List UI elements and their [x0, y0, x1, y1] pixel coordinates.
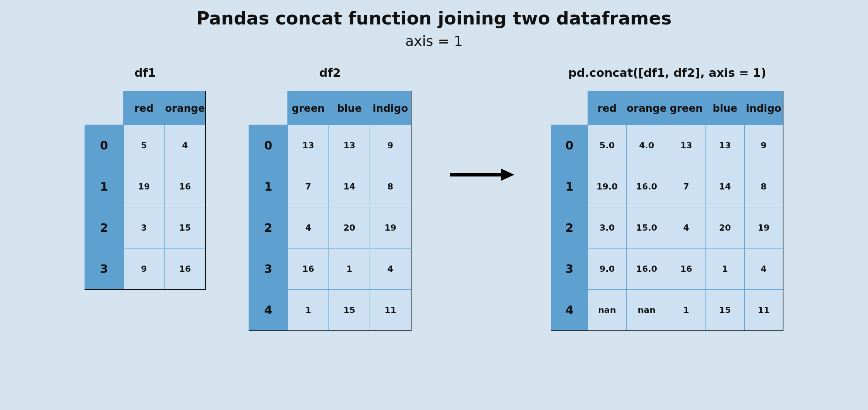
table-cell: 20 [705, 207, 744, 248]
dataframe-table: redorangegreenblueindigo05.04.013139119.… [551, 91, 783, 331]
table-cell: 8 [744, 166, 783, 207]
table-cell: 9 [744, 125, 783, 166]
column-header: green [667, 92, 705, 125]
row-index: 4 [249, 290, 288, 331]
table-cell: 4.0 [626, 125, 667, 166]
row-index: 3 [551, 248, 588, 290]
table-cell: 19 [123, 166, 164, 207]
table-cell: 5.0 [588, 125, 626, 166]
table-cell: 15 [164, 207, 206, 248]
row-index: 2 [85, 207, 123, 248]
table-cell: 9 [123, 248, 164, 290]
table-cell: 3 [123, 207, 164, 248]
table-cell: 1 [329, 248, 370, 290]
table-cell: 5 [123, 125, 164, 166]
row-index: 4 [551, 290, 588, 331]
table-cell: 4 [164, 125, 206, 166]
table-cell: 4 [744, 248, 783, 290]
row-index: 1 [85, 166, 123, 207]
table-cell: 16 [164, 248, 206, 290]
table-cell: 1 [667, 290, 705, 331]
column-header: indigo [370, 92, 411, 125]
table-cell: 15 [329, 290, 370, 331]
row-index: 1 [551, 166, 588, 207]
table-cell: 9.0 [588, 248, 626, 290]
table-cell: 15 [705, 290, 744, 331]
table-block: pd.concat([df1, df2], axis = 1)redorange… [551, 66, 783, 331]
table-block: df1redorange0541191623153916 [85, 66, 206, 290]
table-block: df2greenblueindigo0131391714824201931614… [249, 66, 412, 331]
table-cell: 13 [329, 125, 370, 166]
row-index: 3 [249, 248, 288, 290]
table-cell: 16 [164, 166, 206, 207]
table-cell: 13 [288, 125, 329, 166]
table-corner [249, 92, 288, 125]
table-corner [85, 92, 123, 125]
column-header: green [288, 92, 329, 125]
table-cell: 19.0 [588, 166, 626, 207]
table-cell: 13 [705, 125, 744, 166]
column-header: orange [164, 92, 206, 125]
tables-row: df1redorange0541191623153916df2greenblue… [0, 66, 868, 331]
table-cell: 7 [288, 166, 329, 207]
table-caption: df2 [319, 66, 341, 80]
table-cell: 1 [288, 290, 329, 331]
row-index: 2 [551, 207, 588, 248]
table-cell: 20 [329, 207, 370, 248]
table-cell: 4 [370, 248, 411, 290]
table-cell: 11 [744, 290, 783, 331]
column-header: blue [705, 92, 744, 125]
column-header: red [588, 92, 626, 125]
table-cell: 13 [667, 125, 705, 166]
table-cell: 16 [288, 248, 329, 290]
arrow-icon [448, 167, 514, 182]
table-corner [551, 92, 588, 125]
page-title: Pandas concat function joining two dataf… [0, 8, 868, 29]
column-header: blue [329, 92, 370, 125]
row-index: 0 [249, 125, 288, 166]
table-cell: 11 [370, 290, 411, 331]
table-cell: 9 [370, 125, 411, 166]
row-index: 0 [551, 125, 588, 166]
page-subtitle: axis = 1 [0, 33, 868, 49]
svg-marker-1 [501, 169, 514, 181]
column-header: orange [626, 92, 667, 125]
table-cell: 16 [667, 248, 705, 290]
column-header: red [123, 92, 164, 125]
row-index: 2 [249, 207, 288, 248]
table-cell: 3.0 [588, 207, 626, 248]
row-index: 1 [249, 166, 288, 207]
table-cell: 8 [370, 166, 411, 207]
table-cell: 16.0 [626, 166, 667, 207]
table-cell: 16.0 [626, 248, 667, 290]
dataframe-table: redorange0541191623153916 [85, 91, 206, 290]
dataframe-table: greenblueindigo0131391714824201931614411… [249, 91, 412, 331]
column-header: indigo [744, 92, 783, 125]
table-cell: 15.0 [626, 207, 667, 248]
table-caption: df1 [135, 66, 156, 80]
table-cell: 4 [288, 207, 329, 248]
table-cell: 19 [744, 207, 783, 248]
table-caption: pd.concat([df1, df2], axis = 1) [568, 66, 766, 80]
table-cell: nan [588, 290, 626, 331]
table-cell: 1 [705, 248, 744, 290]
row-index: 3 [85, 248, 123, 290]
table-cell: nan [626, 290, 667, 331]
table-cell: 14 [329, 166, 370, 207]
table-cell: 4 [667, 207, 705, 248]
table-cell: 7 [667, 166, 705, 207]
row-index: 0 [85, 125, 123, 166]
table-cell: 19 [370, 207, 411, 248]
table-cell: 14 [705, 166, 744, 207]
